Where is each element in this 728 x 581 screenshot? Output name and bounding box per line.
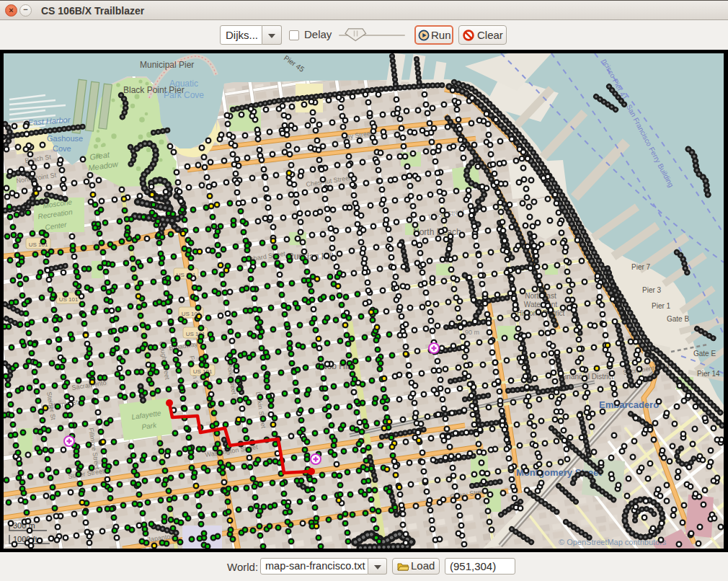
svg-text:Municipal Pier: Municipal Pier <box>140 60 194 70</box>
svg-text:Gate E: Gate E <box>693 350 716 358</box>
svg-text:Embarcadero: Embarcadero <box>599 399 659 410</box>
svg-text:Gashouse: Gashouse <box>47 134 83 143</box>
svg-text:Cove: Cove <box>53 144 71 153</box>
svg-text:US 101: US 101 <box>59 296 79 303</box>
svg-text:Park Cove: Park Cove <box>164 90 204 100</box>
svg-text:Pier 7: Pier 7 <box>631 263 651 271</box>
svg-text:Aquatic: Aquatic <box>169 79 198 89</box>
svg-text:Pier 1: Pier 1 <box>652 302 671 310</box>
svg-text:Pier 14: Pier 14 <box>697 370 720 378</box>
svg-text:Gate B: Gate B <box>667 315 689 323</box>
svg-text:Pier 3: Pier 3 <box>642 286 662 294</box>
svg-text:90 m: 90 m <box>465 329 479 336</box>
